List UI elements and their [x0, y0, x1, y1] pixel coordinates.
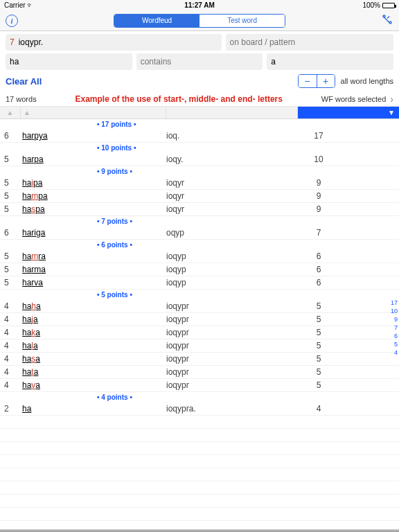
- section-header: • 9 points •: [0, 166, 399, 177]
- index-7[interactable]: 7: [391, 324, 398, 331]
- cell-length: 5: [0, 204, 21, 214]
- stepper-plus[interactable]: +: [317, 75, 335, 87]
- cell-word: hamra: [21, 251, 166, 261]
- table-row[interactable]: 2haioqypra.4: [0, 402, 399, 416]
- cell-length: 5: [0, 191, 21, 201]
- length-label: all word lengths: [341, 77, 393, 85]
- table-row[interactable]: 4hakaioqypr5: [0, 326, 399, 339]
- rack-input-wrap[interactable]: 7: [6, 34, 222, 51]
- cell-rack: ioqypr: [166, 367, 298, 377]
- section-header: • 4 points •: [0, 392, 399, 402]
- cell-points: 17: [298, 131, 339, 141]
- carrier-label: Carrier: [4, 1, 26, 9]
- table-row[interactable]: 4hajaioqypr5: [0, 313, 399, 326]
- cell-word: harma: [21, 265, 166, 274]
- cell-rack: ioqyr: [166, 204, 298, 214]
- cell-points: 6: [298, 278, 339, 287]
- empty-row: [0, 468, 399, 481]
- table-row[interactable]: 5haspaioqyr9: [0, 203, 399, 216]
- cell-word: harpya: [21, 131, 166, 141]
- empty-row: [0, 442, 399, 455]
- tab-test-word[interactable]: Test word: [200, 15, 285, 27]
- toolbar: i Wordfeud Test word: [0, 10, 399, 31]
- cell-word: hariga: [21, 228, 166, 238]
- contains-input-wrap[interactable]: [136, 53, 263, 70]
- cell-length: 6: [0, 131, 21, 141]
- cell-points: 9: [298, 204, 339, 214]
- cell-points: 5: [298, 354, 339, 364]
- length-stepper[interactable]: − +: [298, 74, 335, 88]
- cell-rack: ioqyp: [166, 265, 298, 274]
- mode-segmented-control[interactable]: Wordfeud Test word: [114, 14, 285, 28]
- table-row[interactable]: 6harpyaioq.17: [0, 130, 399, 143]
- cell-rack: ioqypr: [166, 301, 298, 311]
- table-row[interactable]: 5harvaioqyp6: [0, 276, 399, 290]
- end-input[interactable]: [271, 57, 389, 66]
- sort-rack[interactable]: [166, 107, 298, 118]
- table-row[interactable]: 5hamraioqyp6: [0, 250, 399, 263]
- cell-length: 4: [0, 354, 21, 364]
- table-row[interactable]: 4hahaioqypr5: [0, 300, 399, 313]
- start-input-wrap[interactable]: [6, 53, 132, 70]
- index-10[interactable]: 10: [391, 308, 398, 314]
- cell-points: 6: [298, 251, 339, 261]
- pattern-input[interactable]: [230, 37, 389, 47]
- cell-points: 7: [298, 228, 339, 238]
- start-input[interactable]: [10, 57, 128, 66]
- empty-row: [0, 429, 399, 442]
- results-list[interactable]: • 17 points •6harpyaioq.17• 10 points •5…: [0, 119, 399, 532]
- cell-points: 5: [298, 380, 339, 390]
- table-row[interactable]: 5harmaioqyp6: [0, 263, 399, 276]
- cell-points: 5: [298, 314, 339, 324]
- sort-word[interactable]: ▲: [21, 107, 166, 118]
- clear-all-button[interactable]: Clear All: [6, 76, 42, 87]
- index-4[interactable]: 4: [391, 349, 398, 356]
- cell-rack: ioqy.: [166, 154, 298, 164]
- cell-rack: ioqypr: [166, 341, 298, 351]
- dict-selector[interactable]: WF words selected ›: [321, 94, 393, 105]
- table-row[interactable]: 5haipaioqyr9: [0, 177, 399, 190]
- table-row[interactable]: 5harpaioqy.10: [0, 153, 399, 166]
- table-row[interactable]: 5hampaioqyr9: [0, 190, 399, 203]
- table-row[interactable]: 4havaioqypr5: [0, 379, 399, 392]
- cell-rack: ioqypra.: [166, 404, 298, 414]
- section-header: • 17 points •: [0, 119, 399, 130]
- dict-label: WF words selected: [321, 95, 387, 103]
- contains-input[interactable]: [141, 57, 259, 66]
- svg-point-1: [383, 15, 385, 17]
- end-input-wrap[interactable]: [267, 53, 393, 70]
- word-count: 17 words: [6, 95, 37, 103]
- index-5[interactable]: 5: [391, 341, 398, 348]
- info-icon[interactable]: i: [6, 15, 18, 27]
- cell-word: hasa: [21, 354, 166, 364]
- svg-point-0: [389, 21, 391, 24]
- rack-input[interactable]: [19, 37, 218, 47]
- empty-row: [0, 416, 399, 429]
- cell-length: 5: [0, 265, 21, 274]
- cell-length: 5: [0, 278, 21, 287]
- cell-word: hava: [21, 380, 166, 390]
- battery-indicator: 100%: [362, 1, 395, 9]
- table-row[interactable]: 4hataioqypr5: [0, 366, 399, 379]
- tab-wordfeud[interactable]: Wordfeud: [114, 15, 200, 27]
- cell-rack: ioqypr: [166, 314, 298, 324]
- empty-row: [0, 508, 399, 521]
- cell-points: 6: [298, 265, 339, 274]
- cell-word: hata: [21, 367, 166, 377]
- section-header: • 10 points •: [0, 143, 399, 153]
- index-6[interactable]: 6: [391, 332, 398, 339]
- stepper-minus[interactable]: −: [299, 75, 317, 87]
- table-row[interactable]: 4halaioqypr5: [0, 339, 399, 353]
- table-row[interactable]: 6harigaoqyp7: [0, 227, 399, 240]
- section-index[interactable]: 171097654: [391, 299, 398, 356]
- cell-length: 2: [0, 404, 21, 414]
- sort-points[interactable]: ▼: [298, 107, 399, 118]
- index-9[interactable]: 9: [391, 316, 398, 323]
- sort-length[interactable]: ▲: [0, 107, 21, 118]
- index-17[interactable]: 17: [391, 299, 398, 306]
- pattern-input-wrap[interactable]: [226, 34, 393, 51]
- table-row[interactable]: 4hasaioqypr5: [0, 353, 399, 366]
- cell-rack: ioq.: [166, 131, 298, 141]
- section-header: • 5 points •: [0, 290, 399, 300]
- settings-icon[interactable]: [381, 13, 393, 28]
